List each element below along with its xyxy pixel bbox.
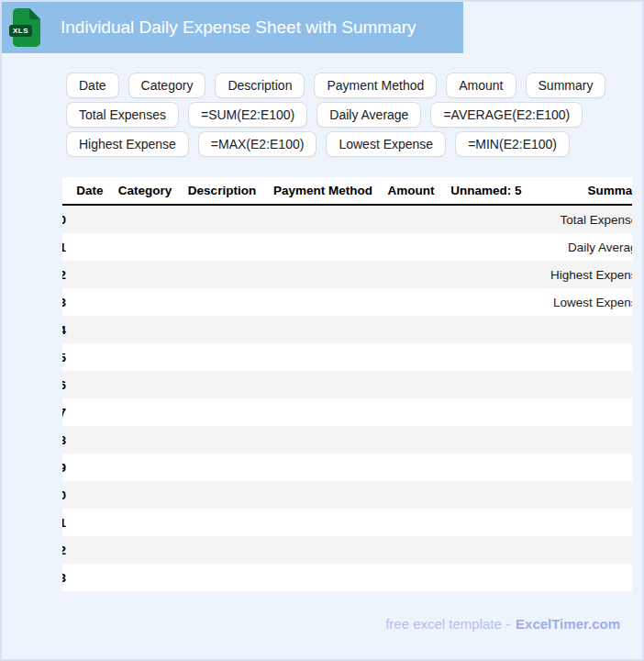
chip-min-e2-e100[interactable]: =MIN(E2:E100) bbox=[455, 131, 570, 157]
chip-max-e2-e100[interactable]: =MAX(E2:E100) bbox=[198, 131, 317, 157]
column-header-category: Category bbox=[112, 177, 178, 205]
footer: free excel template -ExcelTimer.com bbox=[385, 616, 620, 632]
table-row: 10 bbox=[62, 481, 632, 509]
titlebar: XLS Individual Daily Expense Sheet with … bbox=[2, 2, 463, 53]
cell-summary bbox=[530, 426, 632, 454]
cell-empty bbox=[442, 481, 530, 509]
cell-empty bbox=[380, 509, 442, 536]
column-header-unnamed-5: Unnamed: 5 bbox=[442, 177, 530, 205]
column-header-summary: Summary bbox=[530, 177, 632, 205]
cell-empty bbox=[266, 233, 380, 261]
cell-empty bbox=[380, 233, 442, 261]
xls-badge-label: XLS bbox=[9, 25, 32, 37]
chip-summary[interactable]: Summary bbox=[526, 73, 606, 98]
cell-empty bbox=[68, 509, 112, 536]
cell-empty bbox=[380, 316, 442, 343]
table-header-row: DateCategoryDescriptionPayment MethodAmo… bbox=[62, 177, 632, 205]
cell-empty bbox=[112, 564, 178, 591]
chip-total-expenses[interactable]: Total Expenses bbox=[66, 102, 179, 128]
table-row: 0Total Expenses bbox=[62, 205, 632, 233]
cell-empty bbox=[68, 343, 112, 371]
cell-empty bbox=[68, 371, 112, 398]
page-title: Individual Daily Expense Sheet with Summ… bbox=[61, 17, 416, 38]
cell-empty bbox=[266, 398, 380, 426]
cell-summary: Lowest Expense bbox=[530, 288, 632, 316]
cell-empty bbox=[380, 288, 442, 316]
cell-empty bbox=[112, 454, 178, 481]
cell-summary: Highest Expense bbox=[530, 261, 632, 288]
chip-payment-method[interactable]: Payment Method bbox=[314, 73, 437, 98]
cell-empty bbox=[266, 481, 380, 509]
chip-date[interactable]: Date bbox=[66, 73, 119, 98]
table-row: 6 bbox=[62, 371, 632, 398]
cell-empty bbox=[442, 564, 530, 591]
cell-empty bbox=[178, 261, 266, 288]
cell-empty bbox=[112, 233, 178, 261]
chip-highest-expense[interactable]: Highest Expense bbox=[66, 131, 189, 157]
table-row: 5 bbox=[62, 343, 632, 371]
cell-empty bbox=[442, 536, 530, 564]
cell-empty bbox=[178, 481, 266, 509]
cell-empty bbox=[442, 288, 530, 316]
cell-summary bbox=[530, 398, 632, 426]
cell-empty bbox=[178, 288, 266, 316]
cell-summary bbox=[530, 316, 632, 343]
cell-empty bbox=[178, 454, 266, 481]
cell-empty bbox=[266, 205, 380, 233]
cell-empty bbox=[68, 454, 112, 481]
expense-table: DateCategoryDescriptionPayment MethodAmo… bbox=[62, 177, 632, 591]
cell-summary bbox=[530, 454, 632, 481]
cell-empty bbox=[380, 398, 442, 426]
cell-empty bbox=[266, 509, 380, 536]
cell-empty bbox=[68, 205, 112, 233]
cell-empty bbox=[178, 371, 266, 398]
cell-summary: Total Expenses bbox=[530, 205, 632, 233]
cell-empty bbox=[68, 426, 112, 454]
table-row: 8 bbox=[62, 426, 632, 454]
cell-empty bbox=[380, 371, 442, 398]
cell-empty bbox=[68, 398, 112, 426]
page: XLS Individual Daily Expense Sheet with … bbox=[0, 0, 644, 661]
cell-empty bbox=[68, 316, 112, 343]
cell-empty bbox=[380, 536, 442, 564]
chip-category[interactable]: Category bbox=[128, 73, 206, 98]
chip-row-2: Highest Expense=MAX(E2:E100)Lowest Expen… bbox=[66, 131, 605, 157]
chip-row-1: Total Expenses=SUM(E2:E100)Daily Average… bbox=[66, 102, 605, 128]
cell-summary bbox=[530, 536, 632, 564]
cell-empty bbox=[380, 426, 442, 454]
chip-sum-e2-e100[interactable]: =SUM(E2:E100) bbox=[188, 102, 307, 128]
chip-daily-average[interactable]: Daily Average bbox=[316, 102, 421, 128]
column-header-amount: Amount bbox=[380, 177, 442, 205]
chip-description[interactable]: Description bbox=[215, 73, 305, 98]
chip-amount[interactable]: Amount bbox=[446, 73, 516, 98]
chip-row-0: DateCategoryDescriptionPayment MethodAmo… bbox=[66, 73, 605, 98]
cell-summary: Daily Average bbox=[530, 233, 632, 261]
cell-empty bbox=[112, 398, 178, 426]
chip-lowest-expense[interactable]: Lowest Expense bbox=[326, 131, 446, 157]
cell-empty bbox=[442, 454, 530, 481]
cell-empty bbox=[112, 205, 178, 233]
chip-average-e2-e100[interactable]: =AVERAGE(E2:E100) bbox=[430, 102, 583, 128]
column-header-payment-method: Payment Method bbox=[266, 177, 380, 205]
cell-empty bbox=[442, 426, 530, 454]
cell-empty bbox=[442, 233, 530, 261]
cell-empty bbox=[112, 261, 178, 288]
column-header-date: Date bbox=[68, 177, 112, 205]
cell-empty bbox=[266, 536, 380, 564]
cell-empty bbox=[442, 343, 530, 371]
footer-brand-link[interactable]: ExcelTimer.com bbox=[516, 616, 620, 632]
table-viewport: DateCategoryDescriptionPayment MethodAmo… bbox=[62, 177, 632, 595]
cell-empty bbox=[68, 481, 112, 509]
cell-empty bbox=[112, 371, 178, 398]
cell-empty bbox=[68, 288, 112, 316]
cell-summary bbox=[530, 481, 632, 509]
cell-empty bbox=[178, 343, 266, 371]
cell-empty bbox=[380, 205, 442, 233]
cell-summary bbox=[530, 343, 632, 371]
cell-empty bbox=[178, 426, 266, 454]
cell-empty bbox=[178, 233, 266, 261]
cell-empty bbox=[68, 261, 112, 288]
cell-empty bbox=[112, 536, 178, 564]
cell-empty bbox=[178, 509, 266, 536]
cell-summary bbox=[530, 509, 632, 536]
